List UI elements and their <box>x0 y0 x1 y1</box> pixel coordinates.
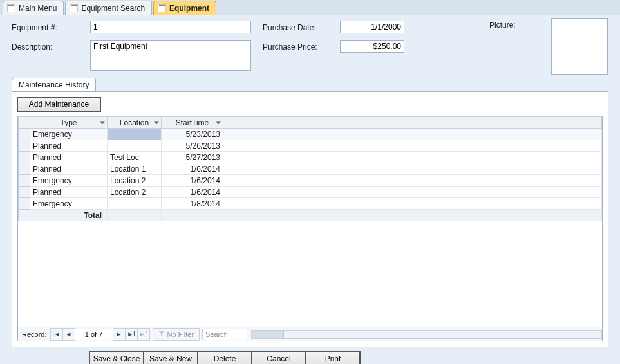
cell-blank <box>223 129 602 140</box>
row-selector[interactable] <box>19 163 30 175</box>
row-selector[interactable] <box>19 152 30 163</box>
form-icon <box>70 4 78 12</box>
tab-equipment-search[interactable]: Equipment Search <box>65 1 152 15</box>
cell-starttime[interactable]: 5/26/2013 <box>162 140 223 152</box>
picture-box[interactable] <box>551 18 608 75</box>
cell-type[interactable]: Planned <box>30 163 108 175</box>
nav-last-button[interactable]: ►I <box>125 328 138 341</box>
purchase-price-field[interactable] <box>340 40 404 53</box>
col-type-header[interactable]: Type <box>30 117 108 129</box>
horizontal-scrollbar[interactable] <box>251 330 602 339</box>
label-purchase-price: Purchase Price: <box>263 42 317 51</box>
cell-type[interactable]: Planned <box>30 140 108 152</box>
nav-next-button[interactable]: ► <box>113 328 126 341</box>
dropdown-icon[interactable] <box>100 121 105 124</box>
cell-type[interactable]: Emergency <box>30 129 108 140</box>
table-row[interactable]: Emergency1/8/2014 <box>19 198 602 210</box>
col-blank-header <box>223 117 602 129</box>
print-button[interactable]: Print <box>306 351 361 364</box>
next-icon: ► <box>116 331 122 338</box>
cell-starttime[interactable]: 5/27/2013 <box>162 152 223 163</box>
nav-prev-button[interactable]: ◄ <box>62 328 75 341</box>
tab-equipment[interactable]: Equipment <box>153 1 216 15</box>
subtab-label: Maintenance History <box>19 80 89 89</box>
record-position-field[interactable] <box>75 329 113 340</box>
row-selector[interactable] <box>19 175 30 187</box>
cell-type[interactable]: Planned <box>30 152 108 163</box>
cell-type[interactable]: Planned <box>30 187 108 198</box>
cell-location[interactable]: Location 1 <box>108 163 162 175</box>
table-row[interactable]: EmergencyLocation 21/6/2014 <box>19 175 602 187</box>
purchase-date-field[interactable] <box>340 21 404 33</box>
cell-location[interactable]: Location 2 <box>108 187 162 198</box>
record-navigator: Record: I◄ ◄ ► ►I ►* No Filter <box>18 327 602 341</box>
cell-blank <box>223 175 602 187</box>
cell-location[interactable] <box>108 129 162 140</box>
delete-button[interactable]: Delete <box>198 351 252 364</box>
grid-scroll[interactable]: Type Location StartTime Emergency5/23/20… <box>18 116 602 327</box>
table-row[interactable]: PlannedLocation 11/6/2014 <box>19 163 602 175</box>
label-equipment-no: Equipment #: <box>12 23 57 32</box>
cell-location[interactable] <box>108 198 162 210</box>
description-field[interactable] <box>90 40 251 71</box>
subtab-maintenance-history[interactable]: Maintenance History <box>12 78 96 91</box>
label-description: Description: <box>12 42 52 51</box>
cell-type[interactable]: Emergency <box>30 175 108 187</box>
nav-first-button[interactable]: I◄ <box>50 328 63 341</box>
cell-location[interactable] <box>108 140 162 152</box>
cell-type[interactable]: Emergency <box>30 198 108 210</box>
datasheet-grid: Type Location StartTime Emergency5/23/20… <box>17 116 603 341</box>
equipment-no-field[interactable] <box>90 21 251 33</box>
cell-blank <box>223 163 602 175</box>
svg-rect-9 <box>159 5 165 6</box>
scrollbar-thumb[interactable] <box>252 331 284 338</box>
cell-starttime[interactable]: 1/6/2014 <box>162 187 223 198</box>
last-icon: ►I <box>127 331 135 338</box>
col-location-header[interactable]: Location <box>108 117 162 129</box>
cell-location[interactable]: Test Loc <box>108 152 162 163</box>
row-selector[interactable] <box>19 187 30 198</box>
row-selector[interactable] <box>19 140 30 152</box>
svg-rect-2 <box>8 8 14 8</box>
cell-starttime[interactable]: 1/8/2014 <box>162 198 223 210</box>
cell-starttime[interactable]: 1/6/2014 <box>162 163 223 175</box>
funnel-icon <box>158 331 165 338</box>
tab-label: Main Menu <box>19 4 57 13</box>
cell-starttime[interactable]: 1/6/2014 <box>162 175 223 187</box>
subform-panel: Add Maintenance Type Loc <box>12 91 608 347</box>
first-icon: I◄ <box>52 331 61 338</box>
col-starttime-header[interactable]: StartTime <box>162 117 223 129</box>
save-close-button[interactable]: Save & Close <box>89 351 144 364</box>
action-bar: Save & Close Save & New Delete Cancel Pr… <box>90 351 620 364</box>
table-row[interactable]: PlannedLocation 21/6/2014 <box>19 187 602 198</box>
prev-icon: ◄ <box>66 331 72 338</box>
cell-starttime[interactable]: 5/23/2013 <box>162 129 223 140</box>
svg-rect-7 <box>71 10 77 10</box>
total-row: Total <box>19 210 602 221</box>
row-selector-header[interactable] <box>19 117 30 129</box>
cell-location[interactable]: Location 2 <box>108 175 162 187</box>
dropdown-icon[interactable] <box>216 121 221 124</box>
dropdown-icon[interactable] <box>154 121 159 124</box>
cell-blank <box>223 187 602 198</box>
search-input[interactable] <box>202 329 247 340</box>
tab-label: Equipment <box>169 4 209 13</box>
nav-new-button[interactable]: ►* <box>137 328 150 341</box>
new-record-icon: ►* <box>139 331 148 338</box>
cell-blank <box>223 140 602 152</box>
cancel-button[interactable]: Cancel <box>252 351 306 364</box>
svg-rect-10 <box>159 8 165 8</box>
table-row[interactable]: Emergency5/23/2013 <box>19 129 602 140</box>
no-filter-indicator[interactable]: No Filter <box>153 328 200 341</box>
row-selector[interactable] <box>19 129 30 140</box>
row-selector[interactable] <box>19 198 30 210</box>
recordnav-label: Record: <box>18 331 51 338</box>
tab-main-menu[interactable]: Main Menu <box>3 1 64 15</box>
table-row[interactable]: PlannedTest Loc5/27/2013 <box>19 152 602 163</box>
table-row[interactable]: Planned5/26/2013 <box>19 140 602 152</box>
cell-blank <box>223 198 602 210</box>
svg-rect-6 <box>71 8 77 8</box>
form-icon <box>7 4 15 12</box>
add-maintenance-button[interactable]: Add Maintenance <box>17 97 101 112</box>
save-new-button[interactable]: Save & New <box>144 351 198 364</box>
